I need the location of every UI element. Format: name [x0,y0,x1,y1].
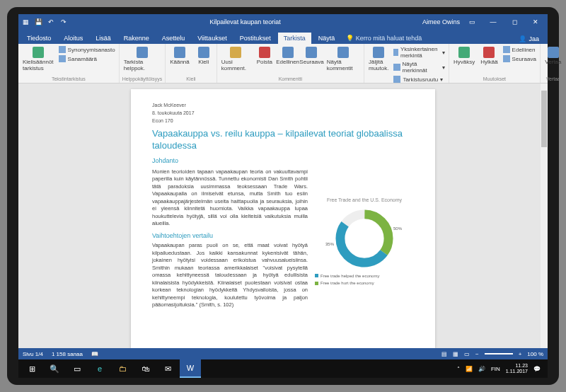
accept-button[interactable]: Hyväksy [452,45,476,67]
windows-taskbar: ⊞ 🔍 ▭ e 🗀 🛍 ✉ W ˄ 📶 🔊 FIN 11.231.11.2017… [18,359,548,378]
new-comment-button[interactable]: Uusi komment. [220,45,252,73]
tell-me-field[interactable]: 💡 Kerro mitä haluat tehdä [342,33,426,44]
show-comments-button[interactable]: Näytä kommentit [325,45,361,73]
word-count[interactable]: 1 158 sanaa [52,351,83,357]
window-title: Kilpailevat kaupan teoriat [68,18,422,25]
vertical-scrollbar[interactable] [541,83,548,348]
group-label: Tekstintarkistus [21,76,116,81]
doc-course: Econ 170 [152,117,414,125]
title-bar: ▦ 💾 ↶ ↷ Kilpailevat kaupan teoriat Aimee… [18,14,548,30]
undo-icon[interactable]: ↶ [47,18,55,26]
group-label: Kommentti [220,76,361,81]
ribbon-options-icon[interactable]: ▭ [463,16,481,28]
legend-item: Free trade hurt the economy [315,280,414,286]
word-app-icon: ▦ [21,18,30,26]
volume-icon[interactable]: 🔊 [478,366,485,372]
spellcheck-button[interactable]: Kielisäännöt tarkistus [21,45,55,73]
paragraph: Vapaakaupan paras puoli on se, että maat… [152,242,308,309]
show-markup-button[interactable]: Näytä merkinnät ▾ [393,60,445,74]
chart-title: Free Trade and the U.S. Economy [315,197,414,204]
zoom-level[interactable]: 100 % [527,351,543,357]
ribbon: Kielisäännöt tarkistus Synonyymisanasto … [18,44,548,83]
next-comment-button[interactable]: Seuraava [301,45,322,67]
chart-value: 35% [325,241,334,247]
store-icon[interactable]: 🛍 [134,359,156,378]
page-indicator[interactable]: Sivu 1/4 [23,351,43,357]
view-read-icon[interactable]: ▤ [441,351,447,357]
language-button[interactable]: Kieli [194,45,214,67]
view-web-icon[interactable]: ▭ [464,351,470,357]
notifications-icon[interactable]: 💬 [533,366,541,372]
accessibility-button[interactable]: Tarkista helppok. [122,45,162,73]
start-button[interactable]: ⊞ [21,359,42,378]
word-taskbar-icon[interactable]: W [180,359,201,378]
edge-icon[interactable]: e [89,359,110,378]
translate-button[interactable]: Käännä [168,45,191,67]
doc-title: Vapaakauppa vs. reilu kauppa – kilpailev… [152,128,414,152]
view-print-icon[interactable]: ▦ [453,351,458,357]
mail-icon[interactable]: ✉ [157,359,178,378]
tab-nayta[interactable]: Näytä [313,33,341,44]
doc-author: Jack McKeever [152,102,414,109]
tab-rakenne[interactable]: Rakenne [118,33,155,44]
minimize-button[interactable]: — [484,16,502,28]
explorer-icon[interactable]: 🗀 [112,359,133,378]
chart-value: 50% [393,226,402,231]
ribbon-tabs: Tiedosto Aloitus Lisää Rakenne Asettelu … [18,30,548,44]
tray-up-icon[interactable]: ˄ [457,366,460,372]
proofing-icon[interactable]: 📖 [91,351,98,357]
legend-item: Free trade helped the economy [315,273,414,279]
group-label: Vertaa [543,76,563,81]
tab-lisaa[interactable]: Lisää [90,33,117,44]
heading-intro: Johdanto [152,156,414,166]
tab-tiedosto[interactable]: Tiedosto [21,33,57,44]
zoom-in-button[interactable]: + [519,351,522,357]
group-label: Kieli [168,76,214,81]
save-icon[interactable]: 💾 [34,18,42,26]
paragraph: Monien teorioiden tapaan vapaakaupan teo… [152,168,308,228]
track-changes-button[interactable]: Jäljitä muutok. [367,45,390,73]
document-area: Jack McKeever 8. toukokuuta 2017 Econ 17… [18,83,548,348]
prev-change-button[interactable]: Edellinen [502,45,537,54]
heading-compare: Vaihtoehtojen vertailu [152,231,308,241]
reject-button[interactable]: Hylkää [479,45,499,67]
tab-postitukset[interactable]: Postitukset [234,33,277,44]
next-change-button[interactable]: Seuraava [502,54,537,63]
markup-dropdown[interactable]: Yksinkertainen merkintä ▾ [393,45,445,59]
group-label: Muutokset [452,76,537,81]
prev-comment-button[interactable]: Edellinen [277,45,298,67]
language-indicator[interactable]: FIN [491,366,500,372]
tab-tarkista[interactable]: Tarkista [278,33,311,44]
tab-aloitus[interactable]: Aloitus [58,33,88,44]
user-name[interactable]: Aimee Owins [422,18,460,25]
search-icon[interactable]: 🔍 [44,359,65,378]
redo-icon[interactable]: ↷ [59,18,68,26]
zoom-slider[interactable] [485,353,513,354]
thesaurus-button[interactable]: Synonyymisanasto [58,45,116,54]
zoom-out-button[interactable]: − [475,351,479,357]
document-page[interactable]: Jack McKeever 8. toukokuuta 2017 Econ 17… [131,89,435,348]
network-icon[interactable]: 📶 [466,366,473,372]
compare-button[interactable]: Vertaa [543,45,563,67]
word-count-button[interactable]: Sanamäärä [58,54,116,63]
close-button[interactable]: ✕ [526,16,545,28]
share-button[interactable]: 👤 Jaa [513,34,545,44]
delete-comment-button[interactable]: Poista [255,45,275,67]
tab-asettelu[interactable]: Asettelu [156,33,191,44]
tab-viittaukset[interactable]: Viittaukset [192,33,232,44]
doc-date: 8. toukokuuta 2017 [152,110,414,117]
scroll-thumb[interactable] [541,91,547,147]
donut-chart: 50% 35% [333,207,396,270]
group-label: Helppokäyttöisyys [122,76,162,81]
reviewing-pane-button[interactable]: Tarkistusruutu ▾ [393,75,445,83]
task-view-icon[interactable]: ▭ [67,359,88,378]
clock[interactable]: 11.231.11.2017 [506,363,528,374]
maximize-button[interactable]: ◻ [505,16,524,28]
status-bar: Sivu 1/4 1 158 sanaa 📖 ▤ ▦ ▭ − + 100 % [18,348,548,359]
